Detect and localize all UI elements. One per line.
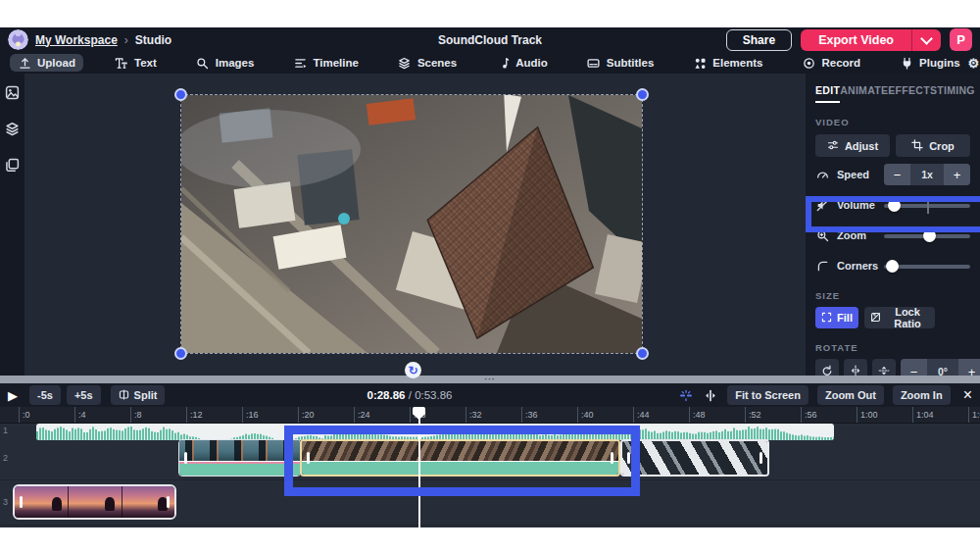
adjust-label: Adjust [845, 140, 878, 152]
upload-icon [18, 56, 31, 70]
volume-row: Volume [806, 192, 980, 218]
trim-handle-right[interactable] [167, 496, 170, 508]
zoom-label: Zoom [837, 229, 884, 241]
toolbar-item-settings[interactable]: ⚙ Settings [968, 57, 980, 70]
toolbar-item-label: Scenes [417, 57, 457, 69]
crop-label: Crop [929, 140, 955, 152]
expand-tracks-icon[interactable] [703, 388, 718, 402]
timeline-ruler[interactable]: :0:4:8:12:16:20:24:28:32:36:40:44:48:52:… [0, 407, 980, 424]
trim-handle-right[interactable] [760, 452, 762, 464]
video-clip-3[interactable] [620, 439, 769, 477]
user-avatar[interactable]: P [950, 28, 972, 51]
lock-ratio-button[interactable]: Lock Ratio [864, 307, 935, 328]
fill-button[interactable]: Fill [815, 307, 858, 328]
rotate-increase-button[interactable]: + [958, 359, 980, 376]
close-timeline-icon[interactable]: × [963, 387, 972, 403]
volume-label: Volume [837, 199, 884, 211]
crop-button[interactable]: Crop [896, 134, 970, 157]
video-clip-2-selected[interactable] [300, 439, 620, 477]
selection-handle-top-left[interactable] [174, 88, 187, 101]
zoom-out-button[interactable]: Zoom Out [817, 385, 884, 405]
toolbar-item-label: Timeline [313, 57, 358, 69]
rotate-90-button[interactable] [815, 359, 839, 376]
canvas-video[interactable] [181, 95, 642, 353]
split-button[interactable]: Split [111, 385, 166, 405]
trim-handle-left[interactable] [307, 452, 310, 464]
trim-handle-left[interactable] [184, 452, 187, 464]
rotate-decrease-button[interactable]: − [901, 359, 927, 376]
rotate-handle[interactable]: ↻ [405, 362, 421, 378]
trim-handle-left[interactable] [627, 452, 630, 464]
video-clip-1[interactable] [178, 439, 301, 477]
flip-horizontal-button[interactable] [844, 359, 867, 376]
image-icon[interactable] [5, 85, 20, 100]
toolbar-item-text[interactable]: Text [107, 54, 165, 72]
fit-to-screen-button[interactable]: Fit to Screen [727, 385, 808, 405]
export-dropdown-button[interactable] [911, 29, 941, 51]
selection-handle-top-right[interactable] [636, 88, 649, 101]
ruler-tick: 1:00 [857, 407, 878, 423]
speed-decrease-button[interactable]: − [884, 164, 910, 185]
speed-increase-button[interactable]: + [944, 164, 970, 185]
toolbar-item-timeline[interactable]: Timeline [285, 54, 366, 72]
toolbar-item-label: Subtitles [607, 57, 655, 69]
corners-slider[interactable] [884, 260, 970, 273]
playhead[interactable] [418, 407, 420, 527]
trim-handle-left[interactable] [20, 496, 23, 508]
toolbar-item-scenes[interactable]: Scenes [390, 54, 465, 72]
speed-gauge-icon [815, 169, 830, 181]
flip-vertical-icon [878, 365, 890, 376]
workspace-link[interactable]: My Workspace [35, 33, 118, 47]
adjust-icon [827, 139, 839, 153]
workspace-avatar[interactable] [8, 29, 28, 50]
tab-animate[interactable]: ANIMATE [840, 84, 888, 103]
audio-track-clip[interactable] [36, 424, 834, 440]
toolbar-item-audio[interactable]: Audio [488, 54, 556, 72]
zoom-slider[interactable] [884, 229, 970, 242]
snap-icon[interactable] [678, 388, 694, 402]
ruler-tick: 1:08 [968, 407, 980, 423]
corners-row: Corners [806, 253, 980, 278]
split-icon [119, 389, 129, 402]
clip-thumbnails [179, 440, 300, 461]
title-bar: My Workspace › Studio SoundCloud Track S… [0, 27, 980, 52]
toolbar-item-plugins[interactable]: Plugins [892, 54, 968, 72]
back-5s-button[interactable]: -5s [29, 385, 61, 405]
gear-icon: ⚙ [968, 57, 980, 70]
adjust-button[interactable]: Adjust [815, 134, 890, 157]
toolbar-item-subtitles[interactable]: Subtitles [579, 54, 662, 72]
tab-edit[interactable]: EDIT [815, 84, 840, 103]
toolbar-item-upload[interactable]: Upload [10, 54, 83, 72]
panel-resize-handle[interactable]: ⋯ [0, 376, 980, 383]
selection-handle-bottom-left[interactable] [174, 347, 187, 360]
ruler-tick: :36 [521, 407, 538, 423]
layers-icon[interactable] [5, 122, 20, 136]
toolbar-item-label: Elements [712, 57, 762, 69]
editor-canvas[interactable]: ↻ [24, 74, 806, 376]
zoom-in-button[interactable]: Zoom In [893, 385, 951, 405]
frames-icon[interactable] [5, 158, 20, 173]
track-number-2: 2 [3, 453, 8, 463]
forward-5s-button[interactable]: +5s [67, 385, 101, 405]
record-icon [802, 56, 815, 70]
document-title: SoundCloud Track [438, 33, 542, 47]
crop-icon [911, 139, 923, 153]
selection-handle-bottom-right[interactable] [636, 347, 649, 360]
tab-effects[interactable]: EFFECTS [888, 84, 937, 103]
trim-handle-right[interactable] [611, 452, 613, 464]
toolbar-item-record[interactable]: Record [794, 54, 868, 72]
ruler-tick: :32 [466, 407, 482, 423]
ruler-tick: :56 [801, 407, 817, 423]
tab-timing[interactable]: TIMING [937, 84, 975, 103]
flip-vertical-button[interactable] [872, 359, 896, 376]
share-button[interactable]: Share [726, 29, 792, 51]
export-video-button[interactable]: Export Video [801, 29, 911, 51]
video-clip-4[interactable] [13, 484, 176, 520]
fill-icon [821, 312, 832, 325]
toolbar-item-elements[interactable]: Elements [685, 54, 770, 72]
play-button[interactable]: ▶ [8, 388, 24, 403]
corners-icon [815, 260, 830, 273]
toolbar-item-images[interactable]: Images [188, 54, 263, 72]
timeline-tracks: :0:4:8:12:16:20:24:28:32:36:40:44:48:52:… [0, 407, 980, 527]
volume-slider[interactable] [884, 199, 970, 212]
